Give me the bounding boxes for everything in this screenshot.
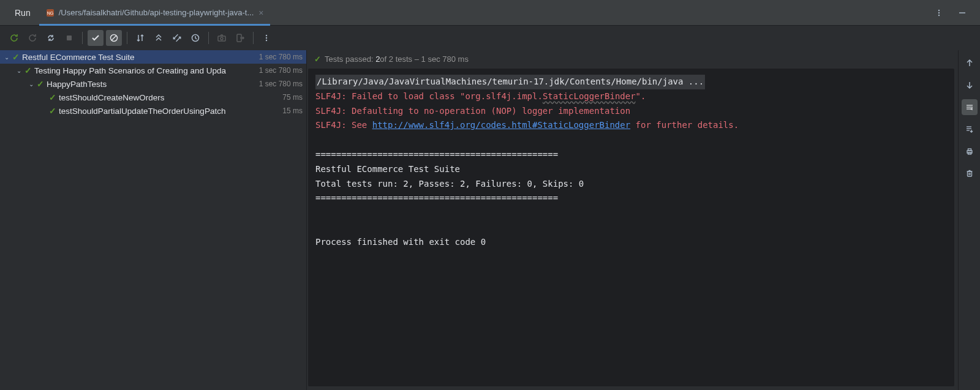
svg-text:NG: NG — [47, 11, 53, 15]
console-separator: ========================================… — [315, 148, 947, 162]
soft-wrap-icon[interactable] — [962, 99, 978, 115]
duration-label: 1 sec 780 ms — [255, 80, 303, 88]
toggle-auto-test-icon[interactable] — [43, 30, 59, 46]
svg-point-11 — [221, 37, 223, 40]
console-panel: ✓ Tests passed: 2 of 2 tests – 1 sec 780… — [306, 50, 958, 390]
console-totals: Total tests run: 2, Passes: 2, Failures:… — [315, 177, 947, 192]
tree-suite-label: Testing Happy Path Scenarios of Creating… — [34, 66, 226, 75]
tab-title: /Users/faisalkhatri/Github/api-testing-p… — [59, 8, 254, 17]
check-icon: ✓ — [37, 79, 44, 89]
testng-file-icon: NG — [45, 8, 55, 18]
console-suite-name: Restful ECommerce Test Suite — [315, 162, 947, 177]
show-passed-icon[interactable] — [88, 30, 104, 46]
check-icon: ✓ — [24, 66, 32, 75]
svg-rect-25 — [967, 171, 971, 176]
console-output[interactable]: /Library/Java/JavaVirtualMachines/temuri… — [308, 69, 954, 386]
chevron-down-icon[interactable]: ⌄ — [15, 67, 23, 74]
svg-rect-10 — [218, 36, 225, 41]
close-tab-icon[interactable]: × — [258, 8, 263, 18]
svg-rect-24 — [968, 152, 971, 154]
duration-label: 1 sec 780 ms — [255, 53, 303, 61]
svg-point-9 — [192, 35, 199, 42]
clear-all-icon[interactable] — [962, 165, 978, 181]
tree-test-row[interactable]: ✓ testShouldCreateNewOrders 75 ms — [0, 91, 306, 104]
rerun-icon[interactable] — [6, 30, 22, 46]
top-tab-bar: Run NG /Users/faisalkhatri/Github/api-te… — [0, 0, 980, 26]
check-icon: ✓ — [12, 52, 20, 62]
svg-point-2 — [938, 9, 940, 10]
rerun-failed-icon[interactable] — [24, 30, 40, 46]
check-icon: ✓ — [314, 54, 321, 64]
expand-all-icon[interactable] — [151, 30, 167, 46]
check-icon: ✓ — [49, 106, 56, 116]
tree-root-row[interactable]: ⌄ ✓ Restful ECommerce Test Suite 1 sec 7… — [0, 50, 306, 64]
svg-point-14 — [266, 37, 267, 39]
duration-label: 1 sec 780 ms — [255, 66, 303, 75]
svg-rect-23 — [968, 149, 971, 151]
more-vertical-icon[interactable] — [258, 30, 274, 46]
console-error-line: SLF4J: Failed to load class "org.slf4j.i… — [315, 89, 947, 104]
console-gutter — [958, 50, 980, 390]
tests-passed-count: 2 — [375, 54, 380, 64]
tree-test-label: testShouldPartialUpdateTheOrderUsingPatc… — [59, 107, 225, 116]
svg-rect-6 — [67, 36, 72, 40]
stop-icon[interactable] — [61, 30, 77, 46]
check-icon: ✓ — [49, 92, 56, 102]
scroll-up-icon[interactable] — [962, 55, 978, 71]
tree-suite-row[interactable]: ⌄ ✓ Testing Happy Path Scenarios of Crea… — [0, 64, 306, 77]
duration-label: 75 ms — [279, 93, 303, 102]
svg-point-3 — [938, 12, 940, 13]
tree-test-label: testShouldCreateNewOrders — [59, 93, 165, 102]
print-icon[interactable] — [962, 143, 978, 159]
screenshot-icon[interactable] — [214, 30, 230, 46]
chevron-down-icon[interactable]: ⌄ — [2, 54, 11, 61]
minimize-icon[interactable] — [956, 6, 969, 20]
chevron-down-icon[interactable]: ⌄ — [27, 81, 36, 88]
tree-class-row[interactable]: ⌄ ✓ HappyPathTests 1 sec 780 ms — [0, 77, 306, 91]
tree-class-label: HappyPathTests — [47, 80, 107, 89]
console-error-line: SLF4J: See http://www.slf4j.org/codes.ht… — [315, 118, 947, 133]
svg-point-7 — [111, 35, 118, 42]
more-vertical-icon[interactable] — [932, 6, 946, 20]
svg-point-4 — [938, 14, 940, 15]
show-ignored-icon[interactable] — [106, 30, 122, 46]
console-separator: ========================================… — [315, 191, 947, 206]
tree-test-row[interactable]: ✓ testShouldPartialUpdateTheOrderUsingPa… — [0, 104, 306, 118]
console-exit-line: Process finished with exit code 0 — [315, 235, 947, 250]
tests-total-label: of 2 tests – 1 sec 780 ms — [380, 54, 469, 64]
sort-icon[interactable] — [132, 30, 148, 46]
duration-label: 15 ms — [279, 107, 303, 115]
test-tree: ⌄ ✓ Restful ECommerce Test Suite 1 sec 7… — [0, 50, 306, 390]
history-icon[interactable] — [187, 30, 203, 46]
run-config-tab[interactable]: NG /Users/faisalkhatri/Github/api-testin… — [39, 0, 270, 25]
svg-point-13 — [266, 35, 267, 36]
svg-rect-22 — [967, 151, 972, 153]
collapse-all-icon[interactable] — [169, 30, 185, 46]
tree-root-label: Restful ECommerce Test Suite — [22, 53, 135, 62]
run-toolbar — [0, 26, 980, 50]
svg-rect-12 — [237, 34, 241, 42]
svg-line-8 — [111, 36, 116, 40]
svg-point-15 — [266, 40, 267, 41]
scroll-to-end-icon[interactable] — [962, 121, 978, 137]
exit-icon[interactable] — [232, 30, 248, 46]
tests-passed-label: Tests passed: — [325, 54, 374, 64]
svg-rect-0 — [47, 9, 54, 17]
run-tool-label: Run — [6, 8, 39, 18]
scroll-down-icon[interactable] — [962, 77, 978, 93]
console-command-line: /Library/Java/JavaVirtualMachines/temuri… — [315, 75, 705, 89]
slf4j-link[interactable]: http://www.slf4j.org/codes.html#StaticLo… — [372, 120, 630, 130]
tests-summary-bar: ✓ Tests passed: 2 of 2 tests – 1 sec 780… — [307, 50, 958, 67]
console-error-line: SLF4J: Defaulting to no-operation (NOP) … — [315, 104, 947, 119]
